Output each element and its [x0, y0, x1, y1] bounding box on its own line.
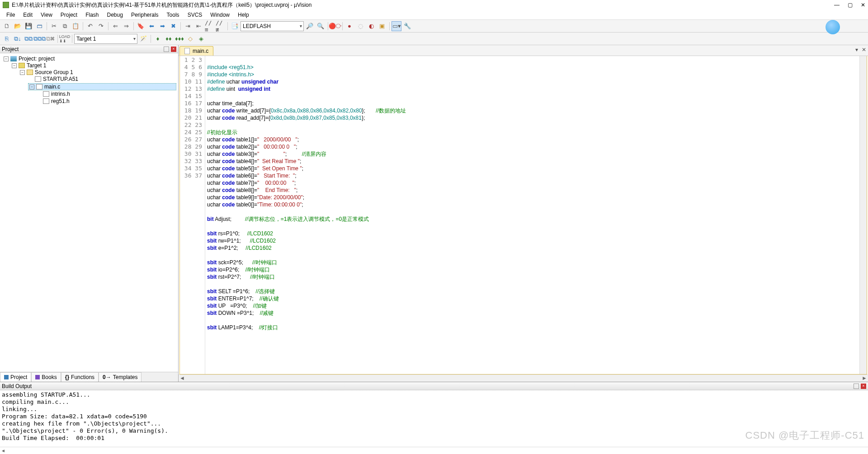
- undo-icon[interactable]: ↶: [85, 21, 95, 31]
- manage-packs-icon[interactable]: ◇: [185, 34, 195, 44]
- close-pane-icon[interactable]: ×: [171, 47, 176, 52]
- file-tab-main-c[interactable]: main.c: [179, 46, 213, 56]
- indent-icon[interactable]: ⇥: [183, 21, 193, 31]
- find-combo[interactable]: LEDFLASH: [241, 21, 304, 31]
- bookmark-clear-icon[interactable]: ✖: [168, 21, 178, 31]
- build-output-body[interactable]: assembling STARTUP.A51... compiling main…: [0, 390, 868, 447]
- tree-root[interactable]: Project: project: [19, 56, 55, 62]
- menu-window[interactable]: Window: [207, 11, 233, 19]
- expander-icon[interactable]: −: [12, 63, 17, 68]
- expander-icon[interactable]: −: [20, 70, 25, 75]
- expander-icon[interactable]: −: [4, 56, 9, 61]
- find-icon[interactable]: 🔎: [305, 21, 315, 31]
- build-icon[interactable]: ⧉↓: [13, 34, 23, 44]
- cut-icon[interactable]: ✂: [49, 21, 59, 31]
- folder-icon: [27, 70, 33, 75]
- menu-help[interactable]: Help: [234, 11, 253, 19]
- titlebar: E:\单片机设计资料\仿真设计实例\仿真设计实例\41-基于51单片机的智能路灯…: [0, 0, 868, 10]
- manage-rte-icon[interactable]: ♦♦♦: [175, 34, 184, 44]
- expander-icon[interactable]: −: [29, 84, 34, 89]
- bookmark-icon[interactable]: 🔖: [136, 21, 146, 31]
- redo-icon[interactable]: ↷: [96, 21, 106, 31]
- tab-close-icon[interactable]: ✕: [862, 47, 866, 53]
- incremental-find-icon[interactable]: 🔍: [316, 21, 326, 31]
- maximize-button[interactable]: ▢: [848, 2, 853, 8]
- tree-file[interactable]: reg51.h: [51, 98, 70, 104]
- assist-orb-icon: [826, 20, 840, 34]
- tab-functions[interactable]: {}Functions: [61, 372, 99, 382]
- file-tab-label: main.c: [193, 48, 208, 54]
- build-output-pane: Build Output × assembling STARTUP.A51...…: [0, 382, 868, 454]
- file-c-icon: [184, 48, 190, 54]
- outdent-icon[interactable]: ⇤: [193, 21, 203, 31]
- manage-project-icon[interactable]: ♦: [153, 34, 163, 44]
- save-icon[interactable]: 💾: [24, 21, 33, 31]
- save-all-icon[interactable]: 🗃: [34, 21, 44, 31]
- editor-hscroll[interactable]: ◄►: [179, 374, 868, 382]
- pin-icon[interactable]: [854, 384, 859, 389]
- app-icon: [3, 2, 9, 8]
- target-combo[interactable]: Target 1: [74, 34, 137, 44]
- menu-peripherals[interactable]: Peripherals: [127, 11, 162, 19]
- toolbar-build: ⎘ ⧉↓ ⧉⧉ ⧉⧉⧉ ⧉✖ LOAD⬇⬇ Target 1 🪄 ♦ ♦♦ ♦♦…: [0, 33, 868, 45]
- tree-file[interactable]: STARTUP.A51: [43, 76, 78, 82]
- breakpoint-disable-all-icon[interactable]: ◐: [366, 21, 376, 31]
- configure-icon[interactable]: 🔧: [402, 21, 412, 31]
- menu-flash[interactable]: Flash: [82, 11, 102, 19]
- tab-project[interactable]: Project: [0, 372, 31, 382]
- code-body[interactable]: #include <reg51.h> #include <intrins.h> …: [205, 56, 859, 374]
- find-combo-text: LEDFLASH: [243, 23, 271, 29]
- file-h-icon: [43, 91, 49, 97]
- tab-dropdown-icon[interactable]: ▾: [855, 47, 858, 53]
- window-layout-icon[interactable]: ▭▾: [392, 21, 401, 31]
- translate-icon[interactable]: ⎘: [2, 34, 12, 44]
- menu-file[interactable]: File: [3, 11, 19, 19]
- bookmark-prev-icon[interactable]: ⬅: [146, 21, 156, 31]
- build-output-hscroll[interactable]: ◄: [0, 447, 868, 454]
- close-button[interactable]: ✕: [861, 2, 865, 8]
- code-editor[interactable]: 1 2 3 4 5 6 7 8 9 10 11 12 13 14 15 16 1…: [179, 56, 867, 374]
- bookmark-next-icon[interactable]: ➡: [157, 21, 167, 31]
- breakpoint-disable-icon[interactable]: ◌: [355, 21, 365, 31]
- target-options-icon[interactable]: 🪄: [138, 34, 148, 44]
- minimize-button[interactable]: —: [834, 2, 840, 8]
- uncomment-icon[interactable]: //≢: [215, 21, 225, 31]
- tree-target[interactable]: Target 1: [27, 62, 46, 69]
- tab-books[interactable]: Books: [31, 372, 61, 382]
- close-pane-icon[interactable]: ×: [861, 384, 866, 389]
- pack-installer-icon[interactable]: ◈: [196, 34, 206, 44]
- editor-vscroll[interactable]: [859, 56, 867, 374]
- file-h-icon: [43, 98, 49, 104]
- menu-tools[interactable]: Tools: [163, 11, 183, 19]
- menu-edit[interactable]: Edit: [19, 11, 36, 19]
- batch-build-icon[interactable]: ⧉⧉⧉: [34, 34, 44, 44]
- manage-multi-icon[interactable]: ♦♦: [164, 34, 174, 44]
- copy-icon[interactable]: ⧉: [60, 21, 70, 31]
- menu-project[interactable]: Project: [57, 11, 81, 19]
- menubar: File Edit View Project Flash Debug Perip…: [0, 10, 868, 20]
- breakpoint-insert-icon[interactable]: ●: [344, 21, 354, 31]
- menu-svcs[interactable]: SVCS: [184, 11, 206, 19]
- new-file-icon[interactable]: 🗋: [2, 21, 12, 31]
- open-file-icon[interactable]: 📂: [13, 21, 23, 31]
- breakpoint-kill-all-icon[interactable]: ▣: [377, 21, 387, 31]
- tree-file[interactable]: main.c: [44, 84, 60, 90]
- nav-fwd-icon[interactable]: ⇒: [121, 21, 131, 31]
- paste-icon[interactable]: 📋: [71, 21, 80, 31]
- target-combo-text: Target 1: [76, 36, 96, 42]
- rebuild-icon[interactable]: ⧉⧉: [24, 34, 33, 44]
- debug-session-icon[interactable]: 🔴⧂: [330, 21, 340, 31]
- download-icon[interactable]: LOAD⬇⬇: [60, 34, 70, 44]
- project-tree[interactable]: −Project: project −Target 1 −Source Grou…: [0, 53, 178, 372]
- pin-icon[interactable]: [164, 47, 169, 52]
- menu-debug[interactable]: Debug: [104, 11, 127, 19]
- comment-icon[interactable]: //≡: [204, 21, 214, 31]
- find-in-files-icon[interactable]: 📑: [230, 21, 240, 31]
- stop-build-icon[interactable]: ⧉✖: [45, 34, 55, 44]
- file-tabs: main.c ▾✕: [179, 45, 868, 56]
- tree-file[interactable]: intrins.h: [51, 91, 70, 97]
- nav-back-icon[interactable]: ⇐: [110, 21, 120, 31]
- menu-view[interactable]: View: [37, 11, 56, 19]
- tree-group[interactable]: Source Group 1: [35, 69, 73, 75]
- tab-templates[interactable]: 0→Templates: [99, 372, 142, 382]
